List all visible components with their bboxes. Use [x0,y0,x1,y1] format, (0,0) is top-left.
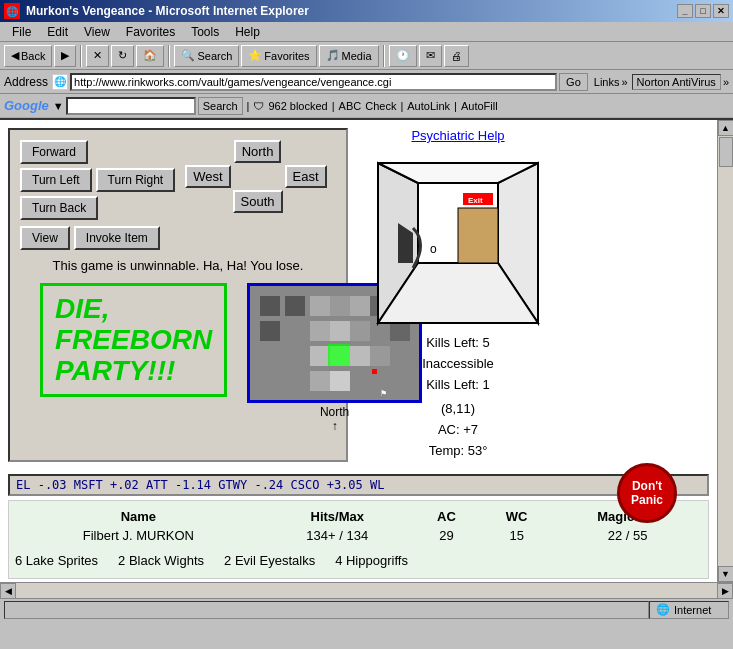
close-btn[interactable]: ✕ [713,4,729,18]
refresh-button[interactable]: ↻ [111,45,134,67]
die-message-text: DIE,FREEBORNPARTY!!! [55,293,212,386]
hscroll-right-button[interactable]: ▶ [717,583,733,599]
toolbar-sep-2 [168,45,170,67]
google-dropdown-icon: ▼ [53,100,64,112]
svg-text:Exit: Exit [468,196,483,205]
compass-grid: North West East South [185,140,326,213]
party-stats: Name Hits/Max AC WC Magic Pts Filbert J.… [8,500,709,579]
home-button[interactable]: 🏠 [136,45,164,67]
print-button[interactable]: 🖨 [444,45,469,67]
title-bar: 🌐 Murkon's Vengeance - Microsoft Interne… [0,0,733,22]
address-input[interactable] [70,73,557,91]
lr-row: Turn Left Turn Right [20,168,175,192]
scroll-thumb[interactable] [719,137,733,167]
enemy-1: 6 Lake Sprites [15,553,98,568]
vertical-scrollbar[interactable]: ▲ ▼ [717,120,733,582]
control-panel: Forward Turn Left Turn Right Turn Back [8,128,348,462]
east-button[interactable]: East [285,165,327,188]
google-logo: Google [4,98,49,113]
scroll-up-button[interactable]: ▲ [718,120,734,136]
google-search-input[interactable] [66,97,196,115]
svg-rect-4 [260,321,280,341]
col-name: Name [15,507,262,526]
window-icon: 🌐 [4,3,20,19]
toolbar-sep-1 [80,45,82,67]
member-wc: 15 [480,526,553,545]
controls-top-row: Forward Turn Left Turn Right Turn Back [20,140,336,220]
svg-rect-24 [372,369,377,374]
minimize-btn[interactable]: _ [677,4,693,18]
turn-left-button[interactable]: Turn Left [20,168,92,192]
svg-text:⚑: ⚑ [380,389,387,398]
sep4: | [454,100,457,112]
turn-right-button[interactable]: Turn Right [96,168,176,192]
member-hits: 134+ / 134 [262,526,413,545]
links-label[interactable]: Links [594,76,620,88]
google-search-button[interactable]: Search [198,97,243,115]
invoke-item-button[interactable]: Invoke Item [74,226,160,250]
favorites-button[interactable]: ⭐ Favorites [241,45,316,67]
die-message: DIE,FREEBORNPARTY!!! [40,283,227,397]
hscroll-left-button[interactable]: ◀ [0,583,16,599]
ticker-text: EL -.03 MSFT +.02 ATT -1.14 GTWY -.24 CS… [16,478,384,492]
right-panel: Psychiatric Help [358,128,558,462]
turn-back-button[interactable]: Turn Back [20,196,98,220]
google-bar: Google ▼ Search | 🛡 962 blocked | ABC Ch… [0,94,733,118]
search-button[interactable]: 🔍 Search [174,45,239,67]
forward-button[interactable]: ▶ [54,45,76,67]
svg-rect-2 [260,296,280,316]
game-area: Forward Turn Left Turn Right Turn Back [0,120,717,470]
menu-file[interactable]: File [4,23,39,41]
svg-rect-20 [330,371,350,391]
enemy-4: 4 Hippogriffs [335,553,408,568]
menu-help[interactable]: Help [227,23,268,41]
ac: AC: +7 [358,420,558,441]
west-button[interactable]: West [185,165,230,188]
go-button[interactable]: Go [559,73,588,91]
blocked-count[interactable]: 962 blocked [268,100,327,112]
address-bar: Address 🌐 Go Links » Norton AntiVirus » [0,70,733,94]
menu-view[interactable]: View [76,23,118,41]
autofill-label[interactable]: AutoFill [461,100,498,112]
blocked-icon: 🛡 [253,100,264,112]
menu-favorites[interactable]: Favorites [118,23,183,41]
page-icon: 🌐 [52,74,68,90]
menu-edit[interactable]: Edit [39,23,76,41]
north-button[interactable]: North [234,140,282,163]
psychiatric-help-link[interactable]: Psychiatric Help [358,128,558,143]
scroll-down-button[interactable]: ▼ [718,566,734,582]
maximize-btn[interactable]: □ [695,4,711,18]
check-label[interactable]: Check [365,100,396,112]
stop-button[interactable]: ✕ [86,45,109,67]
window-controls: _ □ ✕ [677,4,729,18]
scroll-track [718,136,733,566]
mail-button[interactable]: ✉ [419,45,442,67]
menu-tools[interactable]: Tools [183,23,227,41]
view-button[interactable]: View [20,226,70,250]
norton-button[interactable]: Norton AntiVirus [632,74,721,90]
south-button[interactable]: South [233,190,283,213]
autolink-label[interactable]: AutoLink [407,100,450,112]
divider-1: » [621,76,627,88]
room-svg: Exit o [368,153,548,333]
sep3: | [400,100,403,112]
svg-rect-6 [330,296,350,316]
back-button[interactable]: ◀ Back [4,45,52,67]
left-nav: Forward Turn Left Turn Right Turn Back [20,140,175,220]
svg-rect-21 [328,344,350,366]
room-viz: Exit o [368,153,548,333]
member-magic: 22 / 55 [553,526,702,545]
game-message: This game is unwinnable. Ha, Ha! You los… [20,258,336,273]
history-button[interactable]: 🕐 [389,45,417,67]
svg-rect-31 [458,208,498,263]
compass-section: North West East South [185,140,326,213]
scroll-area: Forward Turn Left Turn Right Turn Back [0,120,733,582]
dont-panic-button[interactable]: Don'tPanic [617,463,677,523]
internet-section: 🌐 Internet [649,601,729,619]
member-row: Filbert J. MURKON 134+ / 134 29 15 22 / … [15,526,702,545]
member-ac: 29 [413,526,480,545]
media-button[interactable]: 🎵 Media [319,45,379,67]
address-label: Address [4,75,48,89]
forward-button-game[interactable]: Forward [20,140,88,164]
enemy-2: 2 Black Wights [118,553,204,568]
